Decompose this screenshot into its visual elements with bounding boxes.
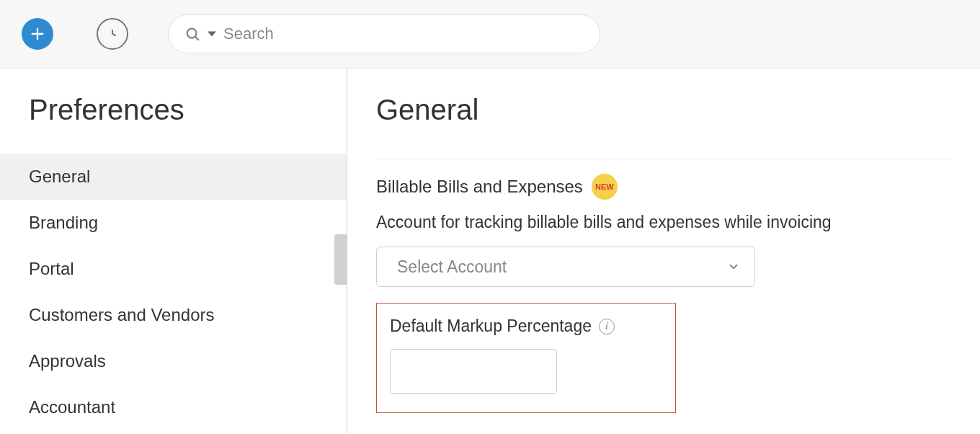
history-button[interactable] — [97, 18, 128, 50]
sidebar-title: Preferences — [0, 94, 347, 154]
markup-label-row: Default Markup Percentage i — [390, 316, 662, 336]
sidebar-item-portal[interactable]: Portal — [0, 246, 347, 292]
account-select[interactable]: Select Account — [376, 247, 755, 287]
add-button[interactable] — [22, 18, 53, 50]
markup-highlight-box: Default Markup Percentage i % — [376, 303, 676, 413]
info-icon[interactable]: i — [599, 319, 615, 335]
svg-line-3 — [195, 37, 198, 40]
caret-down-icon[interactable] — [208, 30, 216, 38]
plus-icon — [30, 26, 45, 42]
sidebar-item-customers-vendors[interactable]: Customers and Vendors — [0, 292, 347, 338]
sidebar: Preferences General Branding Portal Cust… — [0, 68, 347, 434]
new-badge: NEW — [592, 174, 618, 200]
billable-heading: Billable Bills and Expenses NEW — [376, 174, 951, 200]
main-content: General Billable Bills and Expenses NEW … — [347, 68, 980, 434]
search-icon — [184, 26, 200, 42]
sidebar-item-branding[interactable]: Branding — [0, 200, 347, 246]
search-input[interactable] — [223, 25, 584, 43]
topbar — [0, 0, 980, 68]
account-select-placeholder: Select Account — [397, 257, 507, 277]
markup-label: Default Markup Percentage — [390, 316, 592, 336]
page-title: General — [376, 94, 951, 159]
layout: Preferences General Branding Portal Cust… — [0, 68, 980, 434]
chevron-down-icon — [727, 260, 740, 273]
sidebar-item-accountant[interactable]: Accountant — [0, 384, 347, 430]
sidebar-item-approvals[interactable]: Approvals — [0, 338, 347, 384]
svg-marker-4 — [208, 31, 216, 36]
sidebar-item-general[interactable]: General — [0, 154, 347, 200]
markup-input[interactable] — [391, 350, 557, 393]
scrollbar-thumb[interactable] — [334, 234, 347, 285]
markup-input-group: % — [390, 349, 557, 394]
search-box[interactable] — [168, 14, 600, 53]
billable-heading-text: Billable Bills and Expenses — [376, 177, 583, 197]
billable-description: Account for tracking billable bills and … — [376, 213, 951, 232]
history-icon — [104, 25, 121, 43]
